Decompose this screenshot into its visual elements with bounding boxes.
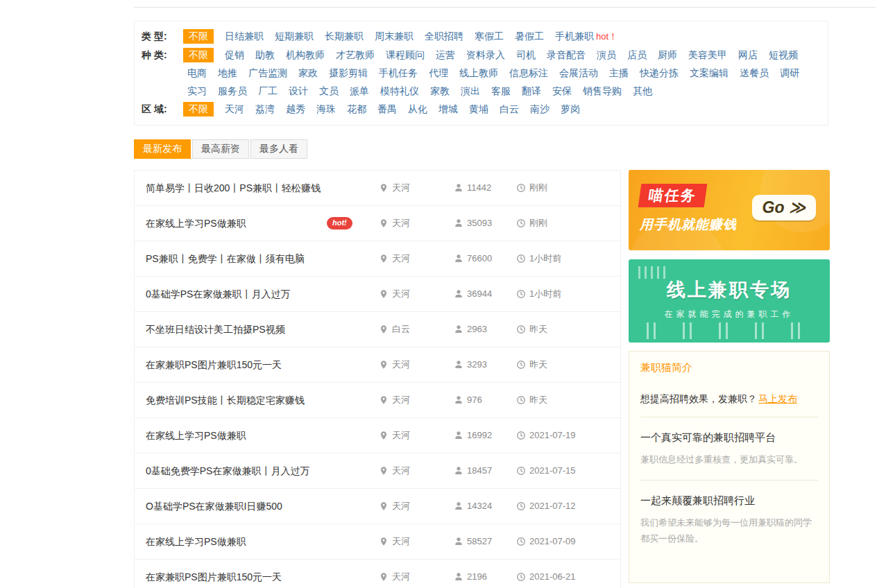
filter-option[interactable]: 家政 bbox=[298, 64, 318, 82]
filter-option[interactable]: 家教 bbox=[430, 82, 450, 100]
filter-option[interactable]: 资料录入 bbox=[466, 46, 505, 64]
filter-option[interactable]: 日结兼职 bbox=[225, 27, 264, 45]
filter-option[interactable]: 模特礼仪 bbox=[380, 82, 419, 100]
job-row[interactable]: 在家线上学习PS做兼职hot!天河35093刚刚 bbox=[135, 206, 620, 241]
filter-option[interactable]: 送餐员 bbox=[740, 64, 769, 82]
job-row[interactable]: 不坐班日结设计美工拍摄PS视频白云2963昨天 bbox=[135, 312, 620, 347]
filter-option[interactable]: 助教 bbox=[255, 46, 275, 64]
filter-option[interactable]: 番禺 bbox=[377, 100, 397, 118]
filter-option[interactable]: 增城 bbox=[438, 100, 458, 118]
filter-option[interactable]: 服务员 bbox=[218, 82, 247, 100]
filter-option[interactable]: 运营 bbox=[436, 46, 455, 64]
filter-option[interactable]: 线上教师 bbox=[459, 64, 498, 82]
sort-tab[interactable]: 最新发布 bbox=[134, 139, 191, 159]
filter-option[interactable]: 南沙 bbox=[530, 100, 550, 118]
job-row[interactable]: PS兼职丨免费学丨在家做丨须有电脑天河766001小时前 bbox=[135, 241, 620, 277]
miao-task-banner[interactable]: 喵任务 用手机就能赚钱 Go ≫ bbox=[629, 170, 830, 250]
filter-option[interactable]: 电商 bbox=[187, 64, 207, 82]
filter-option[interactable]: 实习 bbox=[187, 82, 207, 100]
filter-option[interactable]: 全职招聘 bbox=[425, 27, 463, 45]
filter-option[interactable]: 会展活动 bbox=[559, 64, 598, 82]
filter-option[interactable]: 地推 bbox=[218, 64, 237, 82]
filter-option[interactable]: 寒假工 bbox=[475, 27, 504, 45]
person-icon bbox=[454, 218, 463, 228]
filter-option[interactable]: 录音配音 bbox=[547, 46, 586, 64]
filter-option[interactable]: 翻译 bbox=[522, 82, 541, 100]
filter-option[interactable]: 美容美甲 bbox=[688, 46, 727, 64]
filter-option[interactable]: 设计 bbox=[289, 82, 308, 100]
job-views: 2196 bbox=[454, 560, 487, 588]
filter-option[interactable]: 演员 bbox=[597, 46, 616, 64]
filter-option[interactable]: 代理 bbox=[429, 64, 448, 82]
sort-tab[interactable]: 最多人看 bbox=[250, 139, 307, 159]
filter-option[interactable]: 周末兼职 bbox=[375, 27, 414, 45]
job-location: 天河 bbox=[379, 489, 410, 524]
online-jobs-subtitle: 在家就能完成的兼职工作 bbox=[629, 309, 830, 320]
filter-option[interactable]: 海珠 bbox=[316, 100, 336, 118]
filter-option[interactable]: 天河 bbox=[225, 100, 244, 118]
filter-option[interactable]: 机构教师 bbox=[286, 46, 325, 64]
filter-option[interactable]: 派单 bbox=[350, 82, 369, 100]
filter-option[interactable]: 长期兼职 bbox=[325, 27, 364, 45]
filter-option[interactable]: 摄影剪辑 bbox=[329, 64, 368, 82]
post-job-link[interactable]: 马上发布 bbox=[758, 393, 797, 404]
filter-option[interactable]: 花都 bbox=[347, 100, 366, 118]
job-row[interactable]: 在家兼职PS图片兼职150元一天天河21962021-06-21 bbox=[135, 560, 620, 588]
filter-row: 区 域:不限天河荔湾越秀海珠花都番禺从化增城黄埔白云南沙萝岗 bbox=[140, 100, 822, 118]
filter-panel: 类 型:不限日结兼职短期兼职长期兼职周末兼职全职招聘寒假工暑假工手机兼职hot！… bbox=[134, 21, 828, 126]
filter-option[interactable]: 白云 bbox=[500, 100, 519, 118]
filter-option-selected[interactable]: 不限 bbox=[183, 48, 214, 62]
filter-option[interactable]: 越秀 bbox=[286, 100, 305, 118]
job-row[interactable]: 在家兼职PS图片兼职150元一天天河3293昨天 bbox=[135, 347, 620, 383]
filter-option[interactable]: 手机任务 bbox=[379, 64, 418, 82]
filter-option[interactable]: 其他 bbox=[633, 82, 652, 100]
job-row[interactable]: 简单易学丨日收200丨PS兼职丨轻松赚钱天河11442刚刚 bbox=[135, 171, 620, 206]
filter-option[interactable]: 文员 bbox=[319, 82, 339, 100]
clock-icon bbox=[516, 360, 526, 370]
job-row[interactable]: 0基础免费学PS在家做兼职丨月入过万天河184572021-07-15 bbox=[135, 453, 620, 489]
filter-option[interactable]: 司机 bbox=[516, 46, 536, 64]
intro-box: 兼职猫简介 想提高招聘效果，发兼职？马上发布 一个真实可靠的兼职招聘平台兼职信息… bbox=[629, 351, 830, 583]
job-row[interactable]: 在家线上学习PS做兼职天河169922021-07-19 bbox=[135, 418, 620, 453]
filter-option[interactable]: 手机兼职 bbox=[555, 27, 594, 45]
filter-option[interactable]: 店员 bbox=[627, 46, 647, 64]
filter-option[interactable]: 暑假工 bbox=[515, 27, 544, 45]
online-jobs-banner[interactable]: 线上兼职专场 在家就能完成的兼职工作 bbox=[629, 259, 830, 343]
filter-option[interactable]: 网店 bbox=[738, 46, 758, 64]
go-button[interactable]: Go ≫ bbox=[752, 195, 816, 220]
filter-option-selected[interactable]: 不限 bbox=[183, 29, 214, 44]
job-row[interactable]: 在家线上学习PS做兼职天河585272021-07-09 bbox=[135, 524, 620, 560]
filter-option[interactable]: 促销 bbox=[225, 46, 244, 64]
filter-option[interactable]: 短视频 bbox=[769, 46, 798, 64]
filter-option[interactable]: 演出 bbox=[461, 82, 480, 100]
filter-option[interactable]: 厨师 bbox=[658, 46, 677, 64]
filter-option[interactable]: 短期兼职 bbox=[275, 27, 314, 45]
filter-options: 不限日结兼职短期兼职长期兼职周末兼职全职招聘寒假工暑假工手机兼职hot！ bbox=[182, 27, 822, 46]
filter-option[interactable]: 销售导购 bbox=[583, 82, 622, 100]
filter-option[interactable]: 课程顾问 bbox=[386, 46, 425, 64]
filter-option[interactable]: 黄埔 bbox=[469, 100, 488, 118]
job-row[interactable]: 免费培训PS技能丨长期稳定宅家赚钱天河976昨天 bbox=[135, 383, 620, 418]
job-row[interactable]: 0基础学PS在家做兼职丨月入过万天河369441小时前 bbox=[135, 277, 620, 312]
sort-tab[interactable]: 最高薪资 bbox=[192, 139, 249, 159]
filter-option[interactable]: 广告监测 bbox=[248, 64, 287, 82]
filter-option[interactable]: 文案编辑 bbox=[690, 64, 729, 82]
filter-option[interactable]: 快递分拣 bbox=[640, 64, 679, 82]
filter-option[interactable]: 荔湾 bbox=[255, 100, 275, 118]
filter-option[interactable]: 主播 bbox=[609, 64, 629, 82]
person-icon bbox=[454, 183, 463, 193]
filter-option[interactable]: 从化 bbox=[408, 100, 427, 118]
filter-option[interactable]: 厂工 bbox=[258, 82, 278, 100]
clock-icon bbox=[516, 572, 526, 582]
intro-item: 一起来颠覆兼职招聘行业我们希望未来能够为每一位用兼职猫的同学都买一份保险。 bbox=[640, 481, 818, 559]
filter-option[interactable]: 调研 bbox=[780, 64, 799, 82]
filter-option[interactable]: 信息标注 bbox=[509, 64, 548, 82]
filter-option-selected[interactable]: 不限 bbox=[183, 102, 214, 116]
job-row[interactable]: O基础学PS在家做兼职I日赚500天河143242021-07-12 bbox=[135, 489, 620, 524]
location-pin-icon bbox=[379, 218, 389, 228]
filter-option[interactable]: 安保 bbox=[552, 82, 572, 100]
job-time: 1小时前 bbox=[516, 241, 561, 276]
filter-option[interactable]: 客服 bbox=[491, 82, 511, 100]
filter-option[interactable]: 萝岗 bbox=[561, 100, 580, 118]
filter-option[interactable]: 才艺教师 bbox=[336, 46, 375, 64]
